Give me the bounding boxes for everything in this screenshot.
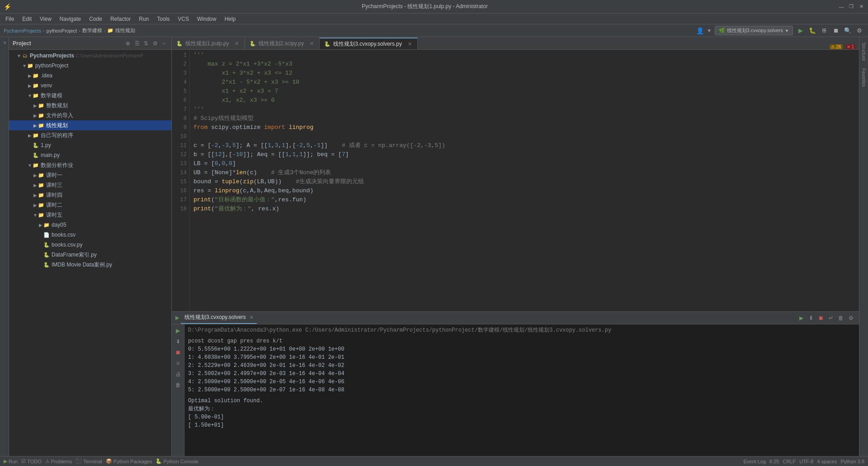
minimize-button[interactable]: — bbox=[838, 4, 844, 10]
run-settings-button[interactable]: ⚙ bbox=[846, 314, 855, 323]
run-side-list[interactable]: ≡ bbox=[174, 359, 183, 368]
settings-button[interactable]: ⚙ bbox=[854, 26, 864, 36]
run-side-stop[interactable]: ⏹ bbox=[174, 348, 183, 357]
coverage-button[interactable]: ⛨ bbox=[819, 26, 829, 36]
menu-run[interactable]: Run bbox=[135, 15, 152, 23]
tree-item-shuxue[interactable]: ▼ 📁 数学建模 bbox=[9, 90, 171, 100]
menu-tools[interactable]: Tools bbox=[153, 15, 173, 23]
run-side-down[interactable]: ⬇ bbox=[174, 337, 183, 346]
dropdown-icon[interactable]: ▼ bbox=[707, 28, 712, 34]
tree-item-imdb[interactable]: ▶ 🐍 IMDB Movie Data案例.py bbox=[9, 260, 171, 270]
debug-button[interactable]: 🐛 bbox=[807, 26, 817, 36]
tree-item-wendao[interactable]: ▶ 📁 文件的导入 bbox=[9, 110, 171, 120]
menu-view[interactable]: View bbox=[36, 15, 55, 23]
rerun-button[interactable]: ▶ bbox=[797, 314, 806, 323]
menu-refactor[interactable]: Refactor bbox=[107, 15, 134, 23]
tree-item-ziji[interactable]: ▶ 📁 自己写的程序 bbox=[9, 130, 171, 140]
menu-edit[interactable]: Edit bbox=[19, 15, 35, 23]
breadcrumb-project[interactable]: pythonProject bbox=[47, 28, 77, 33]
tree-item-1py[interactable]: ▶ 🐍 1.py bbox=[9, 140, 171, 150]
run-tab-active[interactable]: 线性规划3.cvxopy.solvers ✕ bbox=[181, 312, 257, 324]
tree-item-idea[interactable]: ▶ 📁 .idea bbox=[9, 71, 171, 81]
breadcrumb-root[interactable]: PycharmProjects bbox=[4, 28, 41, 33]
run-side-print[interactable]: 🖨 bbox=[174, 370, 183, 379]
run-tab-close[interactable]: ✕ bbox=[250, 315, 253, 320]
tab3-close[interactable]: ✕ bbox=[406, 41, 413, 47]
tree-item-keshi2[interactable]: ▶ 📁 课时二 bbox=[9, 200, 171, 210]
tree-item-keshi5[interactable]: ▼ 📁 课时五 bbox=[9, 210, 171, 220]
user-icon[interactable]: 👤 bbox=[696, 27, 704, 34]
breadcrumb-linear[interactable]: 线性规划 bbox=[115, 27, 135, 34]
run-panel-header: ▶ 线性规划3.cvxopy.solvers ✕ ▶ ⬇ ⏹ ↵ 🗑 ⚙ bbox=[172, 312, 859, 324]
tree-item-shujufenxi[interactable]: ▼ 📁 数据分析作业 bbox=[9, 160, 171, 170]
tree-item-bookscsvpy[interactable]: ▶ 🐍 books.csv.py bbox=[9, 240, 171, 250]
status-python-console[interactable]: 🐍 Python Console bbox=[156, 458, 198, 464]
menu-window[interactable]: Window bbox=[193, 15, 220, 23]
tree-item-keshi1[interactable]: ▶ 📁 课时一 bbox=[9, 170, 171, 180]
status-encoding[interactable]: UTF-8 bbox=[799, 459, 813, 464]
folder-wendao-icon: 📁 bbox=[38, 112, 44, 119]
status-run[interactable]: ▶ Run bbox=[4, 458, 18, 464]
project-tool-icon[interactable]: P bbox=[0, 39, 9, 47]
tree-item-keshi3[interactable]: ▶ 📁 课时三 bbox=[9, 180, 171, 190]
tab-linear2[interactable]: 🐍 线性规划2.scipy.py ✕ bbox=[245, 38, 320, 49]
tree-item-dataframe[interactable]: ▶ 🐍 DataFrame索引.py bbox=[9, 250, 171, 260]
tab2-close[interactable]: ✕ bbox=[308, 40, 315, 47]
tree-item-linear[interactable]: ▶ 📁 线性规划 bbox=[9, 120, 171, 130]
close-button[interactable]: ✕ bbox=[858, 4, 864, 10]
maximize-button[interactable]: ❐ bbox=[848, 4, 854, 10]
panel-list-icon[interactable]: ☰ bbox=[133, 40, 141, 47]
structure-label[interactable]: Structure bbox=[861, 43, 866, 61]
status-line-sep[interactable]: CRLF bbox=[783, 459, 796, 464]
status-todo[interactable]: ☑ TODO bbox=[21, 458, 42, 464]
run-trash-button[interactable]: 🗑 bbox=[836, 314, 845, 323]
menu-code[interactable]: Code bbox=[85, 15, 106, 23]
favorites-label[interactable]: Favorites bbox=[861, 68, 866, 87]
tree-label-pycharm: PycharmProjects bbox=[30, 52, 74, 59]
panel-sort-icon[interactable]: ⇅ bbox=[142, 40, 150, 47]
tab1-close[interactable]: ✕ bbox=[234, 40, 240, 47]
status-line-col[interactable]: 6:25 bbox=[769, 459, 779, 464]
status-python-ver[interactable]: Python 3.8 bbox=[840, 459, 864, 464]
menu-vcs[interactable]: VCS bbox=[174, 15, 193, 23]
search-button[interactable]: 🔍 bbox=[843, 26, 853, 36]
status-event-log[interactable]: Event Log bbox=[744, 459, 766, 464]
tree-item-venv[interactable]: ▶ 📁 venv bbox=[9, 81, 171, 90]
tree-item-keshi4[interactable]: ▶ 📁 课时四 bbox=[9, 190, 171, 200]
tab-linear3[interactable]: 🐍 线性规划3.cvxopy.solvers.py ✕ bbox=[320, 38, 418, 49]
folder-venv-icon: 📁 bbox=[33, 82, 39, 89]
run-stop-button[interactable]: ⏹ bbox=[816, 314, 826, 323]
status-terminal[interactable]: ⬛ Terminal bbox=[75, 458, 102, 464]
code-content[interactable]: ''' max z = 2*x1 +3*x2 -5*x3 x1 + 3*x2 +… bbox=[190, 50, 859, 311]
status-indent[interactable]: 4 spaces bbox=[817, 459, 837, 464]
run-button[interactable]: ▶ bbox=[796, 26, 806, 36]
folder-ziji-icon: 📁 bbox=[33, 132, 39, 138]
panel-settings-icon[interactable]: ⚙ bbox=[151, 40, 159, 47]
run-wrap-button[interactable]: ↵ bbox=[826, 314, 835, 323]
left-icon-strip: P bbox=[0, 37, 9, 456]
panel-close-icon[interactable]: − bbox=[160, 40, 168, 47]
tab-linear1[interactable]: 🐍 线性规划1.pulp.py ✕ bbox=[172, 38, 245, 49]
run-output[interactable]: D:\ProgramData\Anaconda3\python.exe C:/U… bbox=[184, 324, 859, 456]
file-bookscsvpy-icon: 🐍 bbox=[43, 242, 50, 248]
menu-help[interactable]: Help bbox=[221, 15, 240, 23]
run-content: ▶ ⬇ ⏹ ≡ 🖨 🗑 D:\ProgramData\Anaconda3\pyt… bbox=[172, 324, 859, 456]
branch-selector[interactable]: 🌿 线性规划3.cvxopy.solvers ▼ bbox=[715, 26, 793, 35]
tree-item-mainpy[interactable]: ▶ 🐍 main.py bbox=[9, 150, 171, 160]
menu-file[interactable]: File bbox=[2, 15, 18, 23]
tree-label-day05: day05 bbox=[52, 222, 66, 228]
panel-add-icon[interactable]: ⊕ bbox=[124, 40, 132, 47]
menu-navigate[interactable]: Navigate bbox=[56, 15, 85, 23]
breadcrumb-math[interactable]: 数学建模 bbox=[82, 27, 102, 34]
run-side-play[interactable]: ▶ bbox=[174, 326, 183, 335]
status-python-packages[interactable]: 📦 Python Packages bbox=[106, 458, 152, 464]
status-problems[interactable]: ⚠ Problems bbox=[45, 458, 72, 464]
stop-button[interactable]: ⏹ bbox=[831, 26, 841, 36]
tree-item-pythonproject[interactable]: ▼ 📁 pythonProject bbox=[9, 61, 171, 71]
tree-item-root[interactable]: ▼ 🗂 PycharmProjects C:\Users\Administrat… bbox=[9, 51, 171, 61]
tree-item-day05[interactable]: ▶ 📁 day05 bbox=[9, 220, 171, 230]
tree-item-books-csv[interactable]: ▶ 📄 books.csv bbox=[9, 230, 171, 240]
tree-item-zhengshu[interactable]: ▶ 📁 整数规划 bbox=[9, 100, 171, 110]
run-down-button[interactable]: ⬇ bbox=[807, 314, 816, 323]
run-side-trash[interactable]: 🗑 bbox=[174, 380, 183, 390]
